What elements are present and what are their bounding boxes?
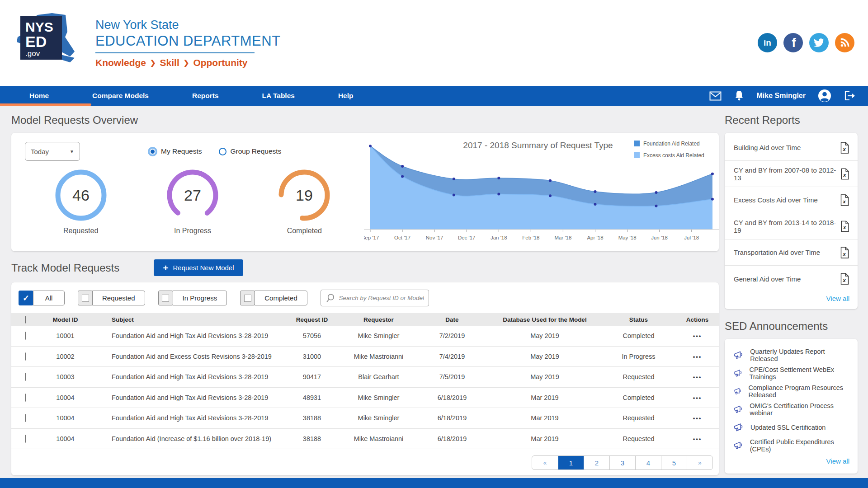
report-item-building-aid-over-time[interactable]: Building Aid over Timex bbox=[725, 135, 858, 161]
checkbox-icon[interactable] bbox=[240, 291, 255, 305]
site-header: NYS ED .gov New York State EDUCATION DEP… bbox=[0, 0, 868, 86]
radio-label: Group Requests bbox=[230, 147, 281, 155]
user-name[interactable]: Mike Smingler bbox=[757, 92, 806, 100]
logo-text-gov: .gov bbox=[25, 49, 40, 58]
pagination-page-2[interactable]: 2 bbox=[584, 456, 609, 469]
pagination-page-4[interactable]: 4 bbox=[635, 456, 661, 469]
select-all-cell bbox=[11, 316, 39, 323]
period-select[interactable]: Today ▼ bbox=[25, 142, 80, 161]
nav-item-compare-models[interactable]: Compare Models bbox=[92, 92, 149, 100]
cell-request-id: 38188 bbox=[283, 414, 341, 422]
report-item-transportation-aid-over-time[interactable]: Transportation Aid over Timex bbox=[725, 239, 858, 266]
announcement-label: CPE/Cost Settlement WebEx Trainings bbox=[749, 366, 851, 380]
row-actions-menu-icon[interactable]: ••• bbox=[693, 415, 702, 422]
row-checkbox[interactable] bbox=[25, 352, 26, 361]
page: NYS ED .gov New York State EDUCATION DEP… bbox=[0, 0, 868, 475]
row-actions-menu-icon[interactable]: ••• bbox=[693, 374, 702, 380]
pagination-next[interactable]: » bbox=[687, 456, 712, 469]
excel-file-icon[interactable]: x bbox=[840, 221, 849, 232]
svg-text:x: x bbox=[842, 146, 846, 151]
cell-requestor: Blair Gearhart bbox=[341, 373, 416, 380]
excel-file-icon[interactable]: x bbox=[840, 247, 849, 258]
row-actions-menu-icon[interactable]: ••• bbox=[693, 394, 702, 401]
filter-in-progress[interactable]: In Progress bbox=[158, 291, 227, 305]
report-item-cy-and-by-from-2013-14-to-2018-19[interactable]: CY and BY from 2013-14 to 2018-19x bbox=[725, 213, 858, 239]
stat-value: 19 bbox=[296, 187, 313, 204]
cell-model-id: 10004 bbox=[39, 414, 91, 422]
search-input[interactable] bbox=[339, 295, 424, 301]
announcement-quarterly-updates-report-released[interactable]: Quarterly Updates Report Released bbox=[725, 346, 858, 364]
twitter-icon[interactable] bbox=[809, 33, 829, 52]
row-checkbox[interactable] bbox=[25, 373, 26, 381]
announcement-compliance-program-resources-released[interactable]: Compliance Program Resources Released bbox=[725, 382, 858, 400]
report-item-excess-costs-aid-over-time[interactable]: Excess Costs Aid over Timex bbox=[725, 187, 858, 213]
row-actions-menu-icon[interactable]: ••• bbox=[693, 333, 702, 339]
org-name-line1: New York State bbox=[95, 18, 281, 32]
checkbox-checked-icon[interactable]: ✓ bbox=[19, 291, 33, 305]
x-tick-label: May '18 bbox=[618, 235, 637, 240]
announcements-view-all-link[interactable]: View all bbox=[826, 457, 849, 465]
radio-group-requests[interactable]: Group Requests bbox=[219, 147, 281, 156]
notifications-bell-icon[interactable] bbox=[734, 90, 745, 102]
excel-file-icon[interactable]: x bbox=[840, 168, 849, 180]
nav-item-la-tables[interactable]: LA Tables bbox=[262, 92, 295, 100]
report-label: CY and BY from 2013-14 to 2018-19 bbox=[734, 219, 840, 234]
filter-all[interactable]: ✓All bbox=[19, 291, 65, 305]
recent-reports-card: Building Aid over TimexCY and BY from 20… bbox=[725, 133, 858, 309]
checkbox-icon[interactable] bbox=[158, 291, 173, 305]
account-icon[interactable] bbox=[818, 89, 831, 103]
ny-state-logo-graphic: NYS ED .gov bbox=[11, 9, 88, 77]
announcement-omig-s-certification-process-webinar[interactable]: OMIG's Certification Process webinar bbox=[725, 400, 858, 418]
announcement-certified-public-expenditures-cpes[interactable]: Certified Public Expenditures (CPEs) bbox=[725, 436, 858, 455]
nav-item-home[interactable]: Home bbox=[29, 92, 49, 100]
excel-file-icon[interactable]: x bbox=[840, 194, 849, 206]
report-item-general-aid-over-time[interactable]: General Aid over Timex bbox=[725, 266, 858, 292]
nav-item-help[interactable]: Help bbox=[338, 92, 354, 100]
megaphone-icon bbox=[733, 368, 743, 379]
excel-file-icon[interactable]: x bbox=[840, 273, 849, 285]
pagination-page-1[interactable]: 1 bbox=[558, 456, 584, 469]
track-table-panel: ✓AllRequestedIn ProgressCompleted Model … bbox=[11, 282, 719, 475]
reports-view-all-link[interactable]: View all bbox=[826, 295, 849, 302]
caret-down-icon: ▼ bbox=[70, 149, 74, 154]
select-all-checkbox[interactable] bbox=[25, 316, 26, 324]
request-new-model-button[interactable]: + Request New Model bbox=[154, 259, 243, 276]
legend-swatch bbox=[634, 141, 640, 146]
stat-label: In Progress bbox=[174, 227, 211, 235]
pagination-page-3[interactable]: 3 bbox=[609, 456, 635, 469]
linkedin-icon[interactable]: in bbox=[758, 33, 777, 52]
excel-file-icon[interactable]: x bbox=[840, 142, 849, 154]
pagination-page-5[interactable]: 5 bbox=[661, 456, 687, 469]
row-checkbox[interactable] bbox=[25, 435, 26, 443]
cell-actions: ••• bbox=[676, 332, 719, 339]
radio-my-requests[interactable]: My Requests bbox=[148, 147, 202, 156]
pagination-prev[interactable]: « bbox=[532, 456, 558, 469]
nav-item-reports[interactable]: Reports bbox=[192, 92, 219, 100]
announcement-label: Certified Public Expenditures (CPEs) bbox=[750, 438, 851, 453]
svg-text:f: f bbox=[792, 36, 796, 50]
row-checkbox[interactable] bbox=[25, 414, 26, 422]
row-actions-menu-icon[interactable]: ••• bbox=[693, 436, 702, 442]
facebook-icon[interactable]: f bbox=[783, 33, 803, 52]
row-checkbox-cell bbox=[11, 353, 39, 360]
x-tick-label: Jun '18 bbox=[651, 235, 668, 240]
announcement-cpe-cost-settlement-webex-trainings[interactable]: CPE/Cost Settlement WebEx Trainings bbox=[725, 364, 858, 382]
row-checkbox[interactable] bbox=[25, 332, 26, 340]
filter-completed[interactable]: Completed bbox=[240, 291, 307, 305]
row-actions-menu-icon[interactable]: ••• bbox=[693, 353, 702, 360]
cell-model-id: 10002 bbox=[39, 353, 91, 360]
mail-icon[interactable] bbox=[709, 91, 722, 101]
rss-icon[interactable] bbox=[835, 33, 854, 52]
cell-subject: Foundation Aid and High Tax Aid Revision… bbox=[91, 373, 283, 380]
announcement-updated-ssl-certification[interactable]: Updated SSL Certification bbox=[725, 418, 858, 436]
cell-request-id: 38188 bbox=[283, 435, 341, 442]
filter-requested[interactable]: Requested bbox=[78, 291, 145, 305]
row-checkbox[interactable] bbox=[25, 394, 26, 402]
cell-date: 7/4/2019 bbox=[416, 353, 488, 360]
logout-icon[interactable] bbox=[844, 90, 855, 101]
checkbox-icon[interactable] bbox=[78, 291, 93, 305]
cell-request-id: 57056 bbox=[283, 332, 341, 339]
org-name-line2: EDUCATION DEPARTMENT bbox=[95, 33, 281, 49]
svg-text:in: in bbox=[764, 38, 771, 47]
report-item-cy-and-by-from-2007-08-to-2012-13[interactable]: CY and BY from 2007-08 to 2012-13x bbox=[725, 161, 858, 187]
